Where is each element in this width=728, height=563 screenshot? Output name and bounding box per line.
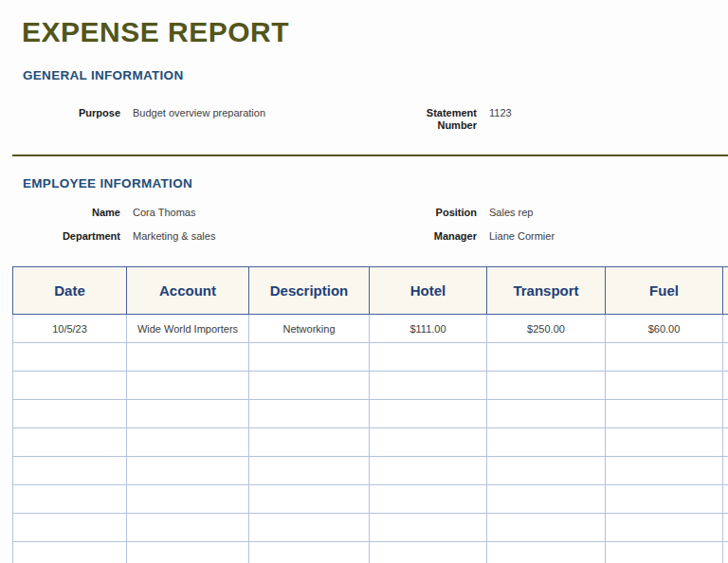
empty-cell[interactable] [723,400,728,428]
empty-cell[interactable] [249,372,370,400]
empty-cell[interactable] [13,485,127,514]
cell-cutoff [723,315,728,343]
manager-value[interactable]: Liane Cormier [489,230,728,243]
empty-cell[interactable] [487,343,606,372]
department-value[interactable]: Marketing & sales [133,230,374,243]
empty-cell[interactable] [370,542,487,563]
empty-cell[interactable] [249,514,370,542]
column-header-cutoff [723,267,728,315]
empty-cell[interactable] [249,457,370,485]
column-header-description[interactable]: Description [249,267,370,315]
cell-transport[interactable]: $250.00 [487,315,606,343]
empty-cell[interactable] [249,400,370,428]
empty-cell[interactable] [13,428,127,457]
empty-cell[interactable] [13,514,127,542]
empty-cell[interactable] [487,485,606,514]
empty-cell[interactable] [606,457,723,485]
empty-cell[interactable] [127,542,249,563]
empty-cell[interactable] [723,428,728,457]
empty-cell[interactable] [487,428,606,457]
empty-cell[interactable] [13,457,127,485]
column-header-date[interactable]: Date [13,267,127,315]
empty-expense-row [13,514,728,542]
purpose-value[interactable]: Budget overview preparation [133,107,374,132]
empty-cell[interactable] [249,428,370,457]
empty-cell[interactable] [370,514,487,542]
empty-cell[interactable] [127,428,249,457]
empty-cell[interactable] [127,485,249,514]
column-header-transport[interactable]: Transport [487,267,606,315]
column-header-account[interactable]: Account [127,267,249,315]
empty-expense-row [13,428,728,457]
position-label: Position [387,207,477,219]
empty-cell[interactable] [370,372,487,400]
cell-date[interactable]: 10/5/23 [13,315,127,343]
empty-cell[interactable] [487,457,606,485]
column-header-fuel[interactable]: Fuel [606,267,723,315]
empty-cell[interactable] [487,542,606,563]
statement-number-value[interactable]: 1123 [489,107,728,132]
empty-cell[interactable] [127,343,249,372]
empty-cell[interactable] [249,485,370,514]
empty-cell[interactable] [127,457,249,485]
empty-cell[interactable] [723,542,728,563]
empty-cell[interactable] [606,542,723,563]
name-value[interactable]: Cora Thomas [133,207,374,219]
cell-fuel[interactable]: $60.00 [606,315,723,343]
empty-cell[interactable] [370,400,487,428]
empty-cell[interactable] [127,400,249,428]
empty-cell[interactable] [370,428,487,457]
empty-cell[interactable] [13,542,127,563]
empty-cell[interactable] [249,542,370,563]
empty-cell[interactable] [13,343,127,372]
page-title: EXPENSE REPORT [22,16,728,48]
empty-cell[interactable] [487,514,606,542]
empty-cell[interactable] [370,457,487,485]
cell-description[interactable]: Networking [249,315,370,343]
department-label: Department [12,230,120,243]
column-header-hotel[interactable]: Hotel [370,267,487,315]
empty-cell[interactable] [723,343,728,372]
cell-hotel[interactable]: $111.00 [370,315,487,343]
statement-number-label: Statement Number [387,107,477,132]
expense-report-page: EXPENSE REPORT GENERAL INFORMATION Purpo… [0,0,728,563]
employee-info-heading: EMPLOYEE INFORMATION [23,176,728,191]
empty-cell[interactable] [606,514,723,542]
empty-cell[interactable] [127,372,249,400]
empty-expense-row [13,542,728,563]
empty-cell[interactable] [606,400,723,428]
manager-label: Manager [387,230,477,243]
empty-cell[interactable] [606,372,723,400]
position-value[interactable]: Sales rep [489,207,728,219]
empty-expense-row [13,372,728,400]
empty-cell[interactable] [13,400,127,428]
empty-expense-row [13,457,728,485]
empty-cell[interactable] [606,343,723,372]
empty-cell[interactable] [487,372,606,400]
name-label: Name [12,207,120,219]
empty-cell[interactable] [723,514,728,542]
empty-cell[interactable] [13,372,127,400]
section-divider [12,154,728,156]
expense-table-body: 10/5/23 Wide World Importers Networking … [13,315,728,563]
empty-cell[interactable] [127,514,249,542]
empty-expense-row [13,343,728,372]
expense-table: Date Account Description Hotel Transport… [12,266,728,563]
empty-cell[interactable] [723,457,728,485]
empty-cell[interactable] [370,485,487,514]
purpose-label: Purpose [12,107,120,132]
employee-information-section: EMPLOYEE INFORMATION Name Cora Thomas Po… [12,176,728,243]
cell-account[interactable]: Wide World Importers [127,315,249,343]
expense-table-header-row: Date Account Description Hotel Transport… [13,267,728,315]
general-info-heading: GENERAL INFORMATION [23,68,728,82]
empty-cell[interactable] [723,372,728,400]
empty-cell[interactable] [606,485,723,514]
empty-cell[interactable] [487,400,606,428]
empty-expense-row [13,400,728,428]
empty-cell[interactable] [723,485,728,514]
expense-table-container: Date Account Description Hotel Transport… [12,266,728,563]
empty-cell[interactable] [249,343,370,372]
employee-info-fields: Name Cora Thomas Position Sales rep Depa… [12,207,728,243]
empty-cell[interactable] [370,343,487,372]
empty-cell[interactable] [606,428,723,457]
